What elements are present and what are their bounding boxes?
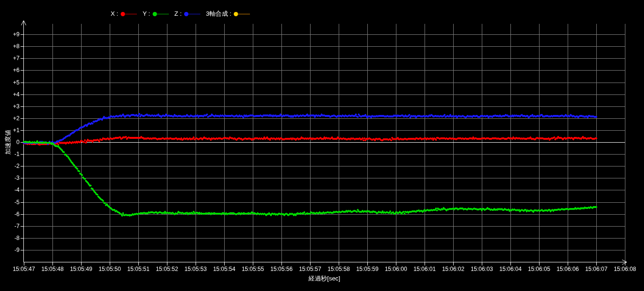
y-tick-label: +1: [0, 127, 20, 134]
y-tick-label: +9: [0, 31, 20, 38]
y-tick-label: +8: [0, 43, 20, 50]
y-tick-label: -9: [0, 247, 20, 253]
legend-dot-icon-z: [184, 12, 188, 16]
x-tick-label: 15:06:00: [382, 266, 410, 272]
plot-canvas: [0, 0, 644, 291]
x-tick-label: 15:05:54: [210, 266, 239, 272]
x-tick-label: 15:06:08: [611, 266, 639, 272]
legend-label-x: X :: [111, 10, 118, 18]
y-tick-label: +4: [0, 91, 20, 98]
y-tick-label: 0: [0, 139, 20, 146]
x-tick-label: 15:05:50: [95, 266, 124, 272]
legend-label-z: Z :: [175, 10, 182, 18]
x-tick-label: 15:06:07: [582, 266, 611, 272]
x-tick-label: 15:06:05: [525, 266, 553, 272]
legend: X :Y :Z :3軸合成 :: [111, 10, 250, 18]
x-axis-label: 経過秒[sec]: [277, 274, 372, 283]
legend-line-icon-x: [125, 14, 137, 14]
legend-dot-icon-x: [121, 12, 125, 16]
y-tick-label: +3: [0, 103, 20, 110]
x-tick-label: 15:05:58: [324, 266, 353, 272]
chart-panel: X :Y :Z :3軸合成 : 加速度値 経過秒[sec] +9+8+7+6+5…: [0, 0, 644, 291]
y-tick-label: -6: [0, 211, 20, 218]
x-tick-label: 15:05:48: [38, 266, 67, 272]
y-tick-label: +2: [0, 115, 20, 122]
y-tick-label: +6: [0, 67, 20, 73]
legend-item-composite: 3軸合成 :: [206, 10, 250, 18]
legend-line-icon-composite: [238, 14, 250, 14]
x-tick-label: 15:05:56: [267, 266, 296, 272]
x-tick-label: 15:05:49: [67, 266, 95, 272]
x-tick-label: 15:06:06: [553, 266, 582, 272]
x-tick-label: 15:05:52: [153, 266, 181, 272]
legend-label-composite: 3軸合成 :: [206, 10, 231, 18]
x-tick-label: 15:05:47: [10, 266, 38, 272]
y-tick-label: -5: [0, 199, 20, 206]
legend-line-icon-z: [188, 14, 200, 14]
legend-label-y: Y :: [143, 10, 150, 18]
y-tick-label: -1: [0, 151, 20, 157]
x-tick-label: 15:06:02: [439, 266, 467, 272]
legend-dot-icon-composite: [234, 12, 238, 16]
legend-item-x: X :: [111, 10, 137, 18]
y-tick-label: -7: [0, 223, 20, 229]
y-tick-label: +5: [0, 79, 20, 86]
x-tick-label: 15:06:01: [410, 266, 439, 272]
x-tick-label: 15:05:51: [124, 266, 153, 272]
x-tick-label: 15:05:55: [239, 266, 267, 272]
y-tick-label: -2: [0, 163, 20, 169]
y-tick-label: -8: [0, 235, 20, 241]
x-tick-label: 15:06:03: [467, 266, 496, 272]
legend-dot-icon-y: [153, 12, 157, 16]
x-tick-label: 15:05:59: [353, 266, 382, 272]
y-tick-label: -3: [0, 175, 20, 181]
legend-item-y: Y :: [143, 10, 169, 18]
x-tick-label: 15:05:57: [296, 266, 324, 272]
legend-line-icon-y: [157, 14, 169, 14]
y-tick-label: +7: [0, 55, 20, 62]
y-tick-label: -4: [0, 187, 20, 193]
legend-item-z: Z :: [175, 10, 200, 18]
x-tick-label: 15:05:53: [181, 266, 210, 272]
x-tick-label: 15:06:04: [496, 266, 525, 272]
